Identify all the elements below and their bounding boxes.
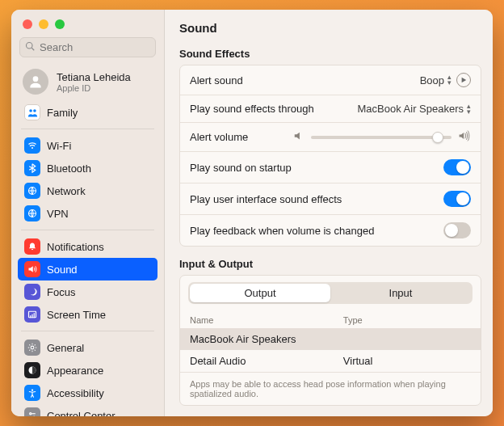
svg-point-9 xyxy=(31,346,34,349)
spatial-audio-hint: Apps may be able to access head pose inf… xyxy=(180,372,481,405)
svg-point-0 xyxy=(27,43,33,49)
device-type xyxy=(343,333,471,345)
startup-sound-row: Play sound on startup xyxy=(180,152,481,183)
search-input[interactable] xyxy=(19,37,156,57)
window-controls xyxy=(11,10,164,36)
sidebar-item-screen-time[interactable]: Screen Time xyxy=(18,303,158,326)
svg-point-11 xyxy=(32,390,33,391)
screentime-icon xyxy=(24,306,40,323)
alert-sound-label: Alert sound xyxy=(190,74,243,86)
tab-output[interactable]: Output xyxy=(190,284,330,302)
sidebar-item-focus[interactable]: Focus xyxy=(18,280,158,303)
feedback-label: Play feedback when volume is changed xyxy=(190,225,374,237)
sidebar-item-label: VPN xyxy=(47,208,69,220)
sidebar-item-label: Sound xyxy=(47,264,78,276)
sidebar-item-network[interactable]: Network xyxy=(18,179,158,202)
sidebar-item-control-center[interactable]: Control Center xyxy=(18,404,158,416)
sound-icon xyxy=(24,261,40,277)
sidebar-item-accessibility[interactable]: Accessibility xyxy=(18,382,158,404)
sidebar-item-label: Notifications xyxy=(47,241,104,253)
tab-input[interactable]: Input xyxy=(330,284,471,302)
sidebar-item-label: Appearance xyxy=(47,365,103,377)
section-sound-effects: Sound Effects xyxy=(179,48,481,60)
search-field-wrap xyxy=(19,37,156,57)
device-table-header: Name Type xyxy=(180,310,481,328)
device-row[interactable]: MacBook Air Speakers xyxy=(180,328,481,350)
device-table-body: MacBook Air SpeakersDetail AudioVirtual xyxy=(180,328,481,372)
sidebar-list: FamilyWi-FiBluetoothNetworkVPNNotificati… xyxy=(11,101,164,416)
sound-effects-card: Alert sound Boop ▴▾ Play sound effects t… xyxy=(179,65,481,247)
feedback-row: Play feedback when volume is changed xyxy=(180,215,481,246)
ui-effects-switch[interactable] xyxy=(443,191,471,207)
sidebar-item-label: General xyxy=(47,342,84,354)
alert-volume-slider[interactable] xyxy=(311,136,452,139)
page-title: Sound xyxy=(179,21,481,35)
fullscreen-window-button[interactable] xyxy=(55,19,65,29)
content-pane: Sound Sound Effects Alert sound Boop ▴▾ … xyxy=(165,10,493,416)
search-icon xyxy=(25,41,35,53)
controlcenter-icon xyxy=(24,407,40,416)
account-name: Tetiana Leheida xyxy=(57,71,131,83)
account-sub: Apple ID xyxy=(57,83,131,93)
accessibility-icon xyxy=(24,385,40,401)
device-row[interactable]: Detail AudioVirtual xyxy=(180,350,481,372)
sidebar-item-label: Wi-Fi xyxy=(47,140,71,152)
close-window-button[interactable] xyxy=(23,19,32,29)
play-through-row: Play sound effects through MacBook Air S… xyxy=(180,95,481,123)
sidebar-item-label: Bluetooth xyxy=(47,162,91,175)
play-alert-button[interactable] xyxy=(456,73,471,87)
ui-effects-label: Play user interface sound effects xyxy=(190,193,342,205)
avatar xyxy=(23,69,48,95)
svg-point-5 xyxy=(32,147,33,149)
svg-point-12 xyxy=(30,413,32,415)
feedback-switch[interactable] xyxy=(443,222,471,238)
speaker-high-icon xyxy=(458,130,471,144)
device-name: Detail Audio xyxy=(190,355,343,367)
sidebar-item-label: Screen Time xyxy=(47,309,106,321)
sidebar-item-label: Focus xyxy=(47,286,75,298)
sidebar: Tetiana Leheida Apple ID FamilyWi-FiBlue… xyxy=(11,10,165,416)
speaker-low-icon xyxy=(293,130,304,144)
sidebar-item-label: Control Center xyxy=(47,410,116,417)
network-icon xyxy=(24,183,40,199)
bell-icon xyxy=(24,238,40,255)
sidebar-item-general[interactable]: General xyxy=(18,336,158,359)
chevron-updown-icon: ▴▾ xyxy=(467,103,471,115)
sidebar-item-label: Family xyxy=(47,107,78,119)
sidebar-item-label: Accessibility xyxy=(47,387,104,399)
alert-volume-label: Alert volume xyxy=(190,131,248,143)
chevron-updown-icon: ▴▾ xyxy=(447,74,452,86)
focus-icon xyxy=(24,284,40,300)
device-name: MacBook Air Speakers xyxy=(190,333,343,345)
sidebar-item-wi-fi[interactable]: Wi-Fi xyxy=(18,134,158,157)
sidebar-item-label: Network xyxy=(47,185,86,197)
vpn-icon xyxy=(24,205,40,221)
sidebar-item-vpn[interactable]: VPN xyxy=(18,202,158,225)
minimize-window-button[interactable] xyxy=(39,19,48,29)
ui-effects-row: Play user interface sound effects xyxy=(180,183,481,215)
svg-point-4 xyxy=(33,109,36,112)
svg-point-3 xyxy=(29,109,32,112)
account-row[interactable]: Tetiana Leheida Apple ID xyxy=(11,65,164,101)
sidebar-item-notifications[interactable]: Notifications xyxy=(18,235,158,258)
play-through-popup[interactable]: MacBook Air Speakers ▴▾ xyxy=(357,103,471,115)
io-tabs: Output Input xyxy=(188,282,472,304)
sidebar-item-bluetooth[interactable]: Bluetooth xyxy=(18,157,158,179)
sidebar-item-family[interactable]: Family xyxy=(18,101,158,124)
svg-point-2 xyxy=(33,76,39,82)
device-type: Virtual xyxy=(343,355,471,367)
col-name: Name xyxy=(190,315,343,325)
system-settings-window: Tetiana Leheida Apple ID FamilyWi-FiBlue… xyxy=(11,10,493,416)
section-io: Input & Output xyxy=(179,258,481,270)
alert-sound-popup[interactable]: Boop ▴▾ xyxy=(420,74,452,86)
sidebar-item-appearance[interactable]: Appearance xyxy=(18,359,158,382)
startup-sound-switch[interactable] xyxy=(443,159,471,175)
io-card: Output Input Name Type MacBook Air Speak… xyxy=(179,275,481,406)
svg-line-1 xyxy=(32,48,34,50)
general-icon xyxy=(24,340,40,356)
family-icon xyxy=(24,104,40,120)
sidebar-item-sound[interactable]: Sound xyxy=(18,258,158,280)
bluetooth-icon xyxy=(24,160,40,176)
wifi-icon xyxy=(24,137,40,154)
play-through-label: Play sound effects through xyxy=(190,103,314,115)
